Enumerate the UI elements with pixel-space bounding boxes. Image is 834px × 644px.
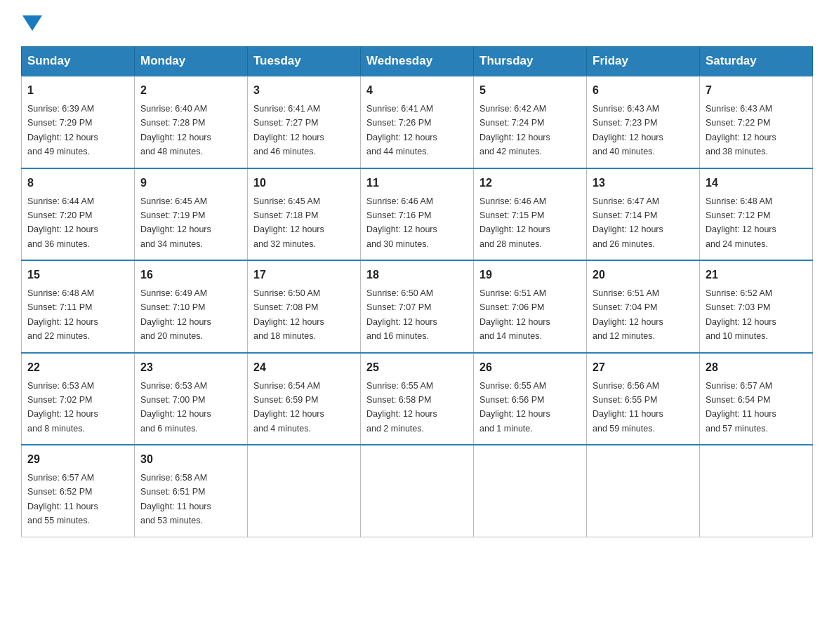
calendar-day-cell: 19 Sunrise: 6:51 AMSunset: 7:06 PMDaylig… <box>474 260 587 353</box>
day-info: Sunrise: 6:53 AMSunset: 7:02 PMDaylight:… <box>27 381 98 434</box>
day-info: Sunrise: 6:58 AMSunset: 6:51 PMDaylight:… <box>140 473 211 525</box>
calendar-day-cell <box>700 445 813 537</box>
day-number: 12 <box>479 175 581 192</box>
day-info: Sunrise: 6:55 AMSunset: 6:56 PMDaylight:… <box>479 381 550 434</box>
calendar-day-cell: 1 Sunrise: 6:39 AMSunset: 7:29 PMDayligh… <box>22 76 135 168</box>
day-info: Sunrise: 6:54 AMSunset: 6:59 PMDaylight:… <box>253 381 324 434</box>
calendar-day-header: Sunday <box>22 47 135 76</box>
calendar-day-cell: 3 Sunrise: 6:41 AMSunset: 7:27 PMDayligh… <box>248 76 361 168</box>
calendar-week-row: 29 Sunrise: 6:57 AMSunset: 6:52 PMDaylig… <box>22 445 813 537</box>
calendar-day-cell: 22 Sunrise: 6:53 AMSunset: 7:02 PMDaylig… <box>22 353 135 445</box>
calendar-day-cell: 27 Sunrise: 6:56 AMSunset: 6:55 PMDaylig… <box>587 353 700 445</box>
day-info: Sunrise: 6:48 AMSunset: 7:11 PMDaylight:… <box>27 288 98 341</box>
calendar-day-cell: 12 Sunrise: 6:46 AMSunset: 7:15 PMDaylig… <box>474 168 587 261</box>
day-info: Sunrise: 6:46 AMSunset: 7:16 PMDaylight:… <box>366 196 437 249</box>
calendar-day-cell: 8 Sunrise: 6:44 AMSunset: 7:20 PMDayligh… <box>22 168 135 261</box>
day-number: 25 <box>366 359 468 376</box>
day-number: 22 <box>27 359 128 376</box>
logo <box>21 14 42 32</box>
calendar-day-header: Thursday <box>474 47 587 76</box>
day-info: Sunrise: 6:45 AMSunset: 7:19 PMDaylight:… <box>140 196 211 249</box>
calendar-week-row: 1 Sunrise: 6:39 AMSunset: 7:29 PMDayligh… <box>22 76 813 168</box>
day-number: 11 <box>366 175 468 192</box>
logo-triangle-icon <box>22 15 42 35</box>
calendar-day-cell: 24 Sunrise: 6:54 AMSunset: 6:59 PMDaylig… <box>248 353 361 445</box>
calendar-day-cell: 23 Sunrise: 6:53 AMSunset: 7:00 PMDaylig… <box>135 353 248 445</box>
day-number: 5 <box>479 82 581 99</box>
day-info: Sunrise: 6:43 AMSunset: 7:23 PMDaylight:… <box>593 104 663 156</box>
day-info: Sunrise: 6:50 AMSunset: 7:08 PMDaylight:… <box>253 288 324 341</box>
day-info: Sunrise: 6:51 AMSunset: 7:04 PMDaylight:… <box>593 288 663 341</box>
day-info: Sunrise: 6:44 AMSunset: 7:20 PMDaylight:… <box>27 196 98 249</box>
calendar-day-cell: 20 Sunrise: 6:51 AMSunset: 7:04 PMDaylig… <box>587 260 700 353</box>
calendar-day-cell: 30 Sunrise: 6:58 AMSunset: 6:51 PMDaylig… <box>135 445 248 537</box>
calendar-day-cell: 4 Sunrise: 6:41 AMSunset: 7:26 PMDayligh… <box>361 76 474 168</box>
day-info: Sunrise: 6:50 AMSunset: 7:07 PMDaylight:… <box>366 288 437 341</box>
calendar-week-row: 22 Sunrise: 6:53 AMSunset: 7:02 PMDaylig… <box>22 353 813 445</box>
calendar-day-cell: 2 Sunrise: 6:40 AMSunset: 7:28 PMDayligh… <box>135 76 248 168</box>
day-number: 4 <box>366 82 468 99</box>
day-info: Sunrise: 6:56 AMSunset: 6:55 PMDaylight:… <box>593 381 663 434</box>
calendar-day-cell: 11 Sunrise: 6:46 AMSunset: 7:16 PMDaylig… <box>361 168 474 261</box>
day-info: Sunrise: 6:43 AMSunset: 7:22 PMDaylight:… <box>706 104 776 156</box>
calendar-day-cell: 18 Sunrise: 6:50 AMSunset: 7:07 PMDaylig… <box>361 260 474 353</box>
day-number: 8 <box>27 175 128 192</box>
calendar-day-header: Saturday <box>700 47 813 76</box>
calendar-day-header: Tuesday <box>248 47 361 76</box>
day-number: 7 <box>706 82 807 99</box>
day-info: Sunrise: 6:45 AMSunset: 7:18 PMDaylight:… <box>253 196 324 249</box>
calendar-day-cell: 16 Sunrise: 6:49 AMSunset: 7:10 PMDaylig… <box>135 260 248 353</box>
day-number: 28 <box>706 359 807 376</box>
calendar-day-cell <box>587 445 700 537</box>
calendar-day-cell: 25 Sunrise: 6:55 AMSunset: 6:58 PMDaylig… <box>361 353 474 445</box>
day-number: 20 <box>593 267 694 283</box>
day-info: Sunrise: 6:41 AMSunset: 7:27 PMDaylight:… <box>253 104 324 156</box>
day-number: 24 <box>253 359 355 376</box>
calendar-day-header: Monday <box>135 47 248 76</box>
calendar-day-cell: 17 Sunrise: 6:50 AMSunset: 7:08 PMDaylig… <box>248 260 361 353</box>
day-number: 6 <box>593 82 694 99</box>
calendar-day-cell: 21 Sunrise: 6:52 AMSunset: 7:03 PMDaylig… <box>700 260 813 353</box>
svg-marker-0 <box>22 15 42 31</box>
day-number: 13 <box>593 175 694 192</box>
calendar-day-cell <box>248 445 361 537</box>
calendar-day-header: Wednesday <box>361 47 474 76</box>
day-info: Sunrise: 6:52 AMSunset: 7:03 PMDaylight:… <box>706 288 776 341</box>
calendar-day-cell <box>361 445 474 537</box>
day-number: 14 <box>706 175 807 192</box>
day-number: 16 <box>140 267 241 283</box>
calendar-day-cell: 13 Sunrise: 6:47 AMSunset: 7:14 PMDaylig… <box>587 168 700 261</box>
day-info: Sunrise: 6:51 AMSunset: 7:06 PMDaylight:… <box>479 288 550 341</box>
calendar-day-cell: 14 Sunrise: 6:48 AMSunset: 7:12 PMDaylig… <box>700 168 813 261</box>
day-info: Sunrise: 6:42 AMSunset: 7:24 PMDaylight:… <box>479 104 550 156</box>
day-number: 21 <box>706 267 807 283</box>
day-number: 15 <box>27 267 128 283</box>
calendar-week-row: 15 Sunrise: 6:48 AMSunset: 7:11 PMDaylig… <box>22 260 813 353</box>
calendar-day-cell: 15 Sunrise: 6:48 AMSunset: 7:11 PMDaylig… <box>22 260 135 353</box>
calendar-body: 1 Sunrise: 6:39 AMSunset: 7:29 PMDayligh… <box>22 76 813 537</box>
day-number: 30 <box>140 451 241 468</box>
day-info: Sunrise: 6:41 AMSunset: 7:26 PMDaylight:… <box>366 104 437 156</box>
day-info: Sunrise: 6:49 AMSunset: 7:10 PMDaylight:… <box>140 288 211 341</box>
day-number: 29 <box>27 451 128 468</box>
day-info: Sunrise: 6:39 AMSunset: 7:29 PMDaylight:… <box>27 104 98 156</box>
calendar-day-cell: 26 Sunrise: 6:55 AMSunset: 6:56 PMDaylig… <box>474 353 587 445</box>
day-number: 27 <box>593 359 694 376</box>
day-info: Sunrise: 6:46 AMSunset: 7:15 PMDaylight:… <box>479 196 550 249</box>
day-info: Sunrise: 6:53 AMSunset: 7:00 PMDaylight:… <box>140 381 211 434</box>
day-info: Sunrise: 6:57 AMSunset: 6:54 PMDaylight:… <box>706 381 776 434</box>
day-number: 3 <box>253 82 355 99</box>
calendar-day-cell <box>474 445 587 537</box>
day-number: 23 <box>140 359 241 376</box>
day-info: Sunrise: 6:40 AMSunset: 7:28 PMDaylight:… <box>140 104 211 156</box>
day-info: Sunrise: 6:55 AMSunset: 6:58 PMDaylight:… <box>366 381 437 434</box>
day-number: 10 <box>253 175 355 192</box>
day-number: 2 <box>140 82 241 99</box>
day-info: Sunrise: 6:48 AMSunset: 7:12 PMDaylight:… <box>706 196 776 249</box>
calendar-header-row: SundayMondayTuesdayWednesdayThursdayFrid… <box>22 47 813 76</box>
calendar-day-cell: 28 Sunrise: 6:57 AMSunset: 6:54 PMDaylig… <box>700 353 813 445</box>
day-number: 19 <box>479 267 581 283</box>
calendar-day-cell: 10 Sunrise: 6:45 AMSunset: 7:18 PMDaylig… <box>248 168 361 261</box>
calendar-day-cell: 9 Sunrise: 6:45 AMSunset: 7:19 PMDayligh… <box>135 168 248 261</box>
day-number: 9 <box>140 175 241 192</box>
